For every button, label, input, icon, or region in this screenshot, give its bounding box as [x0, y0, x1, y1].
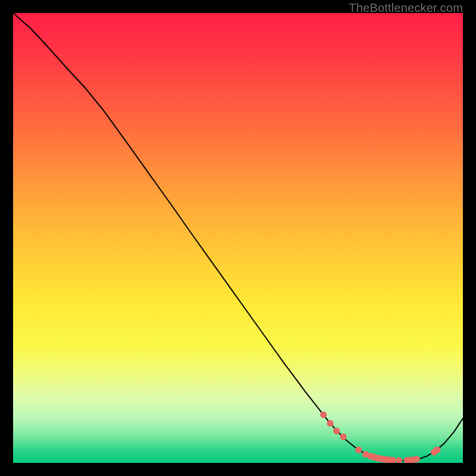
chart-marker: [333, 428, 340, 434]
chart-marker: [340, 434, 346, 440]
chart-curve: [13, 13, 463, 461]
chart-marker: [355, 446, 362, 453]
chart-stage: TheBottlenecker.com: [0, 0, 476, 476]
chart-plot-area: [13, 13, 463, 463]
chart-marker: [414, 456, 420, 462]
chart-marker: [396, 457, 402, 463]
chart-svg: [13, 13, 463, 463]
chart-marker: [320, 412, 327, 418]
chart-markers: [320, 412, 440, 463]
chart-marker: [327, 420, 333, 427]
chart-marker: [434, 446, 440, 453]
